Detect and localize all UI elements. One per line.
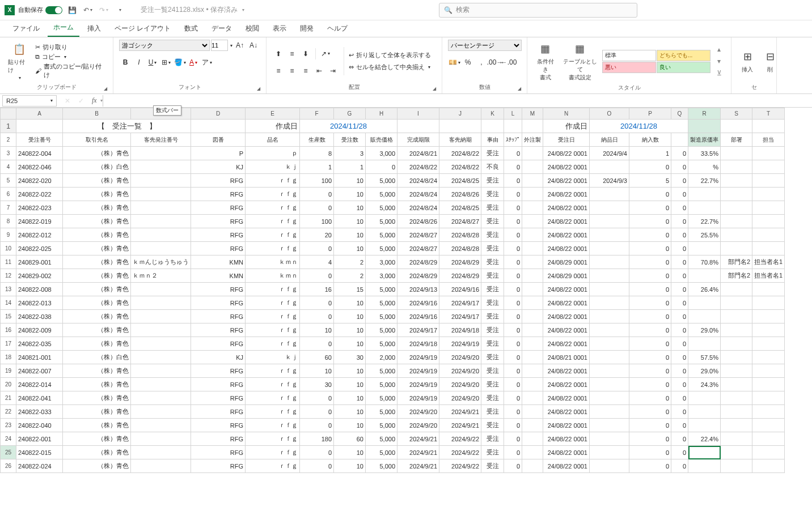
cell[interactable]: 24/08/22 0001 — [543, 459, 590, 473]
cell[interactable] — [522, 337, 543, 351]
cell[interactable]: 24/08/22 0001 — [543, 283, 590, 296]
cell[interactable]: 2024/8/29 — [397, 269, 439, 283]
cell[interactable]: 2024/9/21 — [397, 432, 439, 446]
dialog-launcher-icon[interactable]: ◢ — [257, 86, 260, 91]
cell[interactable]: （株）青色 — [63, 201, 131, 215]
cell[interactable]: 2024/8/29 — [397, 256, 439, 269]
cell[interactable]: （株）青色 — [63, 283, 131, 296]
cell[interactable]: ｒｆｇ — [246, 337, 300, 351]
cell[interactable]: 16 — [300, 283, 334, 296]
conditional-format-button[interactable]: ▦条件付き 書式 — [533, 40, 558, 83]
cell[interactable]: 10 — [334, 419, 366, 432]
cell[interactable]: 5,000 — [366, 337, 397, 351]
cell[interactable] — [752, 283, 785, 296]
cell[interactable]: 0 — [629, 242, 671, 256]
cell[interactable]: 10 — [334, 364, 366, 378]
cell[interactable]: 24/08/22 0001 — [543, 337, 590, 351]
column-header-cell[interactable]: 外注製 — [522, 133, 543, 147]
wrap-text-button[interactable]: ↩折り返して全体を表示する — [349, 51, 431, 59]
cell[interactable]: 2024/8/22 — [439, 147, 481, 160]
cell[interactable]: RFG — [191, 364, 246, 378]
cell[interactable]: 2024/9/20 — [439, 351, 481, 364]
cell[interactable]: 240822-024 — [16, 459, 63, 473]
tab-挿入[interactable]: 挿入 — [82, 20, 107, 37]
cell[interactable]: 5,000 — [366, 364, 397, 378]
cell[interactable]: 0 — [300, 419, 334, 432]
cell[interactable]: 受注 — [481, 419, 504, 432]
cancel-icon[interactable]: ✕ — [61, 95, 74, 107]
row-header[interactable]: 4 — [1, 160, 16, 174]
phonetic-button[interactable]: ア▾ — [201, 57, 213, 68]
cell[interactable] — [752, 419, 785, 432]
row-header[interactable]: 3 — [1, 147, 16, 160]
cell[interactable]: 2024/8/24 — [397, 188, 439, 201]
cell[interactable]: 24.3% — [688, 378, 721, 391]
cell[interactable] — [688, 201, 721, 215]
cell[interactable]: RFG — [191, 432, 246, 446]
cell[interactable] — [522, 310, 543, 323]
cell[interactable] — [590, 378, 629, 391]
cell[interactable]: ｒｆｇ — [246, 323, 300, 337]
cell[interactable]: ｋｍんじゅうちゅう — [131, 256, 191, 269]
row-header[interactable]: 8 — [1, 215, 16, 228]
align-top-icon[interactable]: ⬆ — [272, 48, 285, 59]
cell[interactable]: 0 — [671, 446, 688, 459]
cell[interactable] — [590, 256, 629, 269]
cell[interactable] — [131, 296, 191, 310]
cell[interactable]: RFG — [191, 446, 246, 459]
cell[interactable]: 0 — [504, 215, 522, 228]
cell[interactable] — [131, 228, 191, 242]
cell[interactable] — [131, 242, 191, 256]
cell[interactable]: 2024/8/29 — [439, 256, 481, 269]
cell[interactable]: （株）青色 — [63, 323, 131, 337]
style-neutral[interactable]: どちらでも... — [657, 50, 710, 61]
cell[interactable] — [688, 405, 721, 419]
undo-icon[interactable]: ↶▾ — [82, 4, 94, 16]
cell[interactable]: 0 — [671, 378, 688, 391]
cell[interactable]: 10 — [334, 405, 366, 419]
cell[interactable]: 0 — [671, 459, 688, 473]
cell[interactable]: ｒｆｇ — [246, 432, 300, 446]
cell[interactable]: 受注 — [481, 242, 504, 256]
cell[interactable]: RFG — [191, 283, 246, 296]
column-header-cell[interactable]: 客先納期 — [439, 133, 481, 147]
cell[interactable]: 2024/8/22 — [397, 160, 439, 174]
cell[interactable]: 33.5% — [688, 147, 721, 160]
cell[interactable] — [721, 283, 752, 296]
cell[interactable]: 受注 — [481, 188, 504, 201]
cell[interactable]: 0 — [504, 174, 522, 188]
cell[interactable]: ｒｆｇ — [246, 364, 300, 378]
cell[interactable] — [522, 405, 543, 419]
cell[interactable] — [688, 242, 721, 256]
toggle-on-icon[interactable] — [45, 6, 62, 14]
cell[interactable]: RFG — [191, 405, 246, 419]
cell[interactable]: （株）青色 — [63, 459, 131, 473]
cell[interactable]: 10 — [334, 323, 366, 337]
cell[interactable]: 0 — [629, 378, 671, 391]
cell[interactable]: 240822-038 — [16, 310, 63, 323]
cell[interactable]: 29.0% — [688, 323, 721, 337]
cell[interactable]: 0 — [671, 337, 688, 351]
cell[interactable] — [721, 446, 752, 459]
column-header-cell[interactable]: 部署 — [721, 133, 752, 147]
cell[interactable]: 240822-023 — [16, 201, 63, 215]
cell[interactable]: 24/08/29 0001 — [543, 269, 590, 283]
cell[interactable]: 24/08/22 0001 — [543, 147, 590, 160]
cell[interactable] — [522, 459, 543, 473]
cell[interactable]: 受注 — [481, 174, 504, 188]
cell[interactable]: 5,000 — [366, 378, 397, 391]
cell[interactable]: 24/08/22 0001 — [543, 228, 590, 242]
cell[interactable] — [721, 310, 752, 323]
row-header[interactable]: 1 — [1, 120, 16, 133]
cell[interactable]: 受注 — [481, 283, 504, 296]
cell[interactable]: 0 — [671, 256, 688, 269]
cell[interactable] — [721, 201, 752, 215]
fill-color-button[interactable]: 🪣▾ — [174, 57, 186, 68]
orientation-icon[interactable]: ↗▾ — [319, 48, 332, 59]
cell[interactable] — [131, 188, 191, 201]
cell[interactable] — [522, 147, 543, 160]
cell[interactable]: 100 — [300, 174, 334, 188]
row-header[interactable]: 9 — [1, 228, 16, 242]
col-header-T[interactable]: T — [752, 108, 785, 120]
cell[interactable]: 0 — [671, 405, 688, 419]
